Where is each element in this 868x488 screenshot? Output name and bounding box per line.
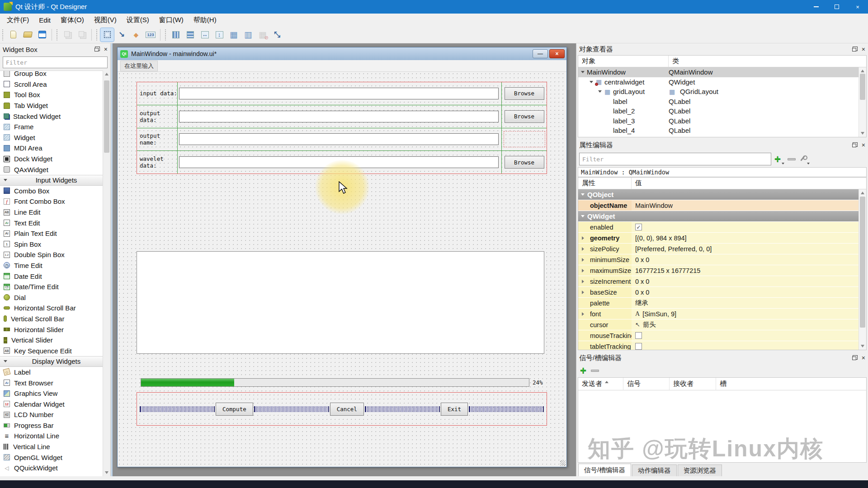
add-dropdown-icon[interactable]: [782, 163, 784, 164]
float-panel-icon[interactable]: [852, 48, 856, 52]
widget-item-key-sequence-edit[interactable]: ABKey Sequence Edit: [0, 345, 103, 356]
widget-category-display-widgets[interactable]: Display Widgets: [0, 356, 103, 367]
browse-button[interactable]: Browse: [505, 87, 544, 100]
column-2[interactable]: 接收者: [670, 378, 716, 390]
tree-row-MainWindow[interactable]: MainWindowQMainWindow: [578, 67, 866, 77]
checkbox-unchecked[interactable]: [635, 332, 642, 339]
close-panel-icon[interactable]: ×: [862, 355, 865, 361]
widget-item-combo-box[interactable]: Combo Box: [0, 186, 103, 197]
remove-property-icon[interactable]: [788, 158, 796, 160]
tree-row-label_2[interactable]: label_2QLabel: [578, 106, 866, 116]
resize-grip[interactable]: [560, 460, 566, 466]
widget-item-label[interactable]: ◇Label: [0, 367, 103, 378]
close-button[interactable]: ×: [847, 0, 868, 14]
line-edit[interactable]: [179, 133, 499, 145]
widget-item-widget[interactable]: Widget: [0, 132, 103, 143]
column-3[interactable]: 槽: [716, 378, 866, 390]
chevron-right-icon[interactable]: [582, 291, 584, 294]
adjust-size-button[interactable]: ⤡: [270, 28, 284, 42]
property-row-minimumSize[interactable]: minimumSize0 x 0: [578, 254, 866, 265]
checkbox-checked[interactable]: ✓: [635, 224, 642, 230]
widget-item-mdi-area[interactable]: MDI Area: [0, 143, 103, 154]
close-panel-icon[interactable]: ×: [862, 46, 865, 52]
float-panel-icon[interactable]: [852, 357, 856, 360]
menu-item-0[interactable]: 文件(F): [2, 14, 34, 26]
property-row-font[interactable]: fontA[SimSun, 9]: [578, 309, 866, 319]
chevron-right-icon[interactable]: [582, 236, 584, 240]
type-here-menu[interactable]: 在这里输入: [120, 61, 158, 71]
widget-item-vertical-scroll-bar[interactable]: Vertical Scroll Bar: [0, 314, 103, 324]
add-property-icon[interactable]: +: [774, 154, 781, 164]
scrollbar-thumb[interactable]: [860, 197, 865, 328]
menu-item-1[interactable]: Edit: [34, 15, 56, 25]
menu-item-3[interactable]: 视图(V): [89, 14, 122, 26]
save-button[interactable]: [35, 28, 49, 42]
design-window[interactable]: Qt MainWindow - mainwindow.ui* — × 在这里输入…: [117, 47, 567, 467]
widget-item-graphics-view[interactable]: Graphics View: [0, 388, 103, 399]
line-edit[interactable]: [179, 111, 499, 122]
widget-item-tool-box[interactable]: Tool Box: [0, 89, 103, 100]
property-group-qwidget[interactable]: QWidget: [578, 211, 866, 222]
widget-item-stacked-widget[interactable]: Stacked Widget: [0, 111, 103, 122]
property-row-maximumSize[interactable]: maximumSize16777215 x 16777215: [578, 265, 866, 276]
property-row-geometry[interactable]: geometry[(0, 0), 984 x 894]: [578, 233, 866, 244]
layout-splitter-horizontal-button[interactable]: ↔: [198, 28, 212, 42]
widget-item-dock-widget[interactable]: Dock Widget: [0, 154, 103, 164]
configure-dropdown-icon[interactable]: [807, 163, 810, 164]
widget-category-input-widgets[interactable]: Input Widgets: [0, 175, 103, 186]
property-row-tabletTracking[interactable]: tabletTracking: [578, 341, 866, 350]
chevron-right-icon[interactable]: [582, 258, 584, 262]
widget-item-spin-box[interactable]: 1Spin Box: [0, 239, 103, 250]
column-class[interactable]: 类: [669, 57, 679, 66]
widget-list-scrollbar[interactable]: [103, 70, 110, 476]
design-window-titlebar[interactable]: Qt MainWindow - mainwindow.ui* — ×: [118, 47, 566, 60]
text-area-widget[interactable]: [137, 251, 544, 354]
property-row-mouseTracking[interactable]: mouseTracking: [578, 330, 866, 341]
scrollbar-thumb[interactable]: [104, 80, 109, 153]
cancel-button[interactable]: Cancel: [330, 403, 364, 416]
layout-splitter-vertical-button[interactable]: ↕: [212, 28, 226, 42]
widget-item-date-edit[interactable]: Date Edit: [0, 271, 103, 282]
line-edit[interactable]: [179, 88, 499, 99]
property-row-cursor[interactable]: cursor↖箭头: [578, 319, 866, 330]
browse-button[interactable]: Browse: [505, 156, 544, 169]
menu-item-6[interactable]: 帮助(H): [189, 14, 222, 26]
button-row-layout[interactable]: ComputeCancelExit: [137, 392, 547, 426]
signal-slot-body[interactable]: [578, 390, 867, 463]
widget-item-dial[interactable]: Dial: [0, 292, 103, 303]
column-0[interactable]: 发送者: [578, 378, 623, 390]
column-value[interactable]: 值: [632, 179, 642, 188]
tree-row-label_3[interactable]: label_3QLabel: [578, 116, 866, 126]
widget-item-group-box[interactable]: Group Box: [0, 70, 103, 79]
widget-item-frame[interactable]: Frame: [0, 122, 103, 132]
widget-item-calendar-widget[interactable]: 12Calendar Widget: [0, 399, 103, 409]
tab-1[interactable]: 动作编辑器: [632, 465, 677, 476]
widget-item-double-spin-box[interactable]: 1.2Double Spin Box: [0, 249, 103, 260]
progress-bar[interactable]: [141, 378, 529, 387]
chevron-right-icon[interactable]: [582, 269, 584, 272]
property-group-qobject[interactable]: QObject: [578, 189, 866, 200]
widget-item-plain-text-edit[interactable]: AIPlain Text Edit: [0, 228, 103, 239]
property-row-objectName[interactable]: objectNameMainWindow: [578, 200, 866, 211]
checkbox-unchecked[interactable]: [635, 343, 642, 350]
widget-item-qaxwidget[interactable]: QAxWidget: [0, 164, 103, 175]
compute-button[interactable]: Compute: [216, 403, 253, 416]
scroll-down-icon[interactable]: [861, 132, 864, 135]
widget-item-line-edit[interactable]: ABLine Edit: [0, 207, 103, 218]
menu-item-5[interactable]: 窗口(W): [154, 14, 189, 26]
widget-item-tab-widget[interactable]: Tab Widget: [0, 100, 103, 111]
column-property[interactable]: 属性: [578, 178, 632, 189]
property-row-baseSize[interactable]: baseSize0 x 0: [578, 287, 866, 298]
tab-2[interactable]: 资源浏览器: [678, 465, 722, 476]
widget-item-horizontal-scroll-bar[interactable]: Horizontal Scroll Bar: [0, 303, 103, 314]
add-connection-icon[interactable]: +: [580, 365, 586, 376]
edit-signals-slots-button[interactable]: ↘: [115, 28, 128, 42]
maximize-button[interactable]: [826, 0, 847, 14]
layout-horizontal-button[interactable]: [169, 28, 183, 42]
widget-item-horizontal-slider[interactable]: Horizontal Slider: [0, 324, 103, 335]
layout-grid-button[interactable]: ▦: [227, 28, 241, 42]
scrollbar-thumb[interactable]: [860, 74, 865, 100]
scroll-up-icon[interactable]: [861, 192, 864, 194]
widget-filter-input[interactable]: [3, 56, 108, 68]
widget-item-date-time-edit[interactable]: ◷Date/Time Edit: [0, 282, 103, 292]
